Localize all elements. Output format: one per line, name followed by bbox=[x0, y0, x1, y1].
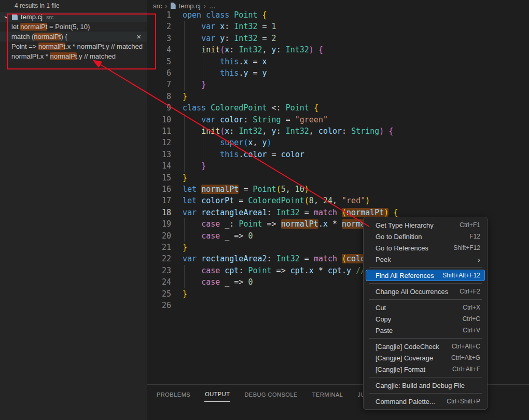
line-number: 2 bbox=[147, 21, 171, 32]
menu-item-shortcut: Ctrl+F1 bbox=[460, 221, 480, 229]
code-line-10[interactable]: 10 var color: String = "green" bbox=[147, 114, 529, 125]
search-result-row[interactable]: Point => normalPt.x * normalPt.y // matc… bbox=[0, 41, 147, 51]
menu-item-go-to-definition[interactable]: Go to DefinitionF12 bbox=[366, 231, 485, 242]
match-highlight: normalPt bbox=[50, 52, 77, 60]
menu-item-label: Find All References bbox=[375, 272, 434, 279]
line-number: 22 bbox=[147, 253, 171, 264]
submenu-chevron-icon: › bbox=[478, 255, 480, 264]
code-line-4[interactable]: 4 init(x: Int32, y: Int32) { bbox=[147, 44, 529, 55]
code-line-8[interactable]: 8} bbox=[147, 91, 529, 102]
menu-item-cangjie-codecheck[interactable]: [Cangjie] CodeCheckCtrl+Alt+C bbox=[366, 341, 485, 352]
code-line-13[interactable]: 13 this.color = color bbox=[147, 149, 529, 160]
menu-separator bbox=[369, 283, 482, 284]
panel-tab-debug-console[interactable]: DEBUG CONSOLE bbox=[244, 386, 298, 402]
line-number: 12 bbox=[147, 137, 171, 148]
code-text: var x: Int32 = 1 bbox=[183, 21, 276, 32]
code-line-9[interactable]: 9class ColoredPoint <: Point { bbox=[147, 102, 529, 114]
line-number: 19 bbox=[147, 218, 171, 230]
code-text: } bbox=[183, 172, 187, 184]
line-number: 18 bbox=[147, 207, 171, 218]
menu-item-go-to-references[interactable]: Go to ReferencesShift+F12 bbox=[366, 242, 485, 254]
menu-item-label: Go to Definition bbox=[375, 233, 422, 241]
line-number: 23 bbox=[147, 265, 171, 276]
occurrence-highlight: normalPt bbox=[281, 219, 318, 229]
menu-item-cangjie-format[interactable]: [Cangjie] FormatCtrl+Alt+F bbox=[366, 363, 485, 375]
line-number: 11 bbox=[147, 125, 171, 137]
code-line-15[interactable]: 15} bbox=[147, 172, 529, 184]
code-line-2[interactable]: 2 var x: Int32 = 1 bbox=[147, 21, 529, 32]
menu-item-label: Change All Occurrences bbox=[375, 288, 448, 296]
code-line-5[interactable]: 5 this.x = x bbox=[147, 56, 529, 67]
chevron-down-icon[interactable] bbox=[4, 15, 9, 20]
menu-item-shortcut: Ctrl+Shift+P bbox=[447, 398, 480, 405]
search-result-row[interactable]: let normalPt = Point(5, 10) bbox=[0, 22, 147, 32]
menu-item-cangjie-build-and-debug-file[interactable]: Cangjie: Build and Debug File bbox=[366, 380, 485, 391]
line-number: 17 bbox=[147, 195, 171, 206]
close-icon[interactable]: × bbox=[136, 32, 141, 41]
code-text: this.y = y bbox=[183, 67, 267, 79]
menu-item-peek[interactable]: Peek› bbox=[366, 254, 485, 265]
panel-tab-output[interactable]: OUTPUT bbox=[204, 386, 230, 402]
code-line-14[interactable]: 14 } bbox=[147, 160, 529, 172]
menu-item-label: Go to References bbox=[375, 244, 428, 252]
menu-item-shortcut: Ctrl+C bbox=[463, 315, 480, 323]
code-line-16[interactable]: 16let normalPt = Point(5, 10) bbox=[147, 184, 529, 195]
match-highlight: normalPt bbox=[34, 33, 61, 40]
code-line-12[interactable]: 12 super(x, y) bbox=[147, 137, 529, 148]
menu-item-cangjie-coverage[interactable]: [Cangjie] CoverageCtrl+Alt+G bbox=[366, 352, 485, 363]
menu-item-shortcut: F12 bbox=[469, 233, 480, 240]
menu-item-command-palette[interactable]: Command Palette...Ctrl+Shift+P bbox=[366, 396, 485, 407]
code-line-17[interactable]: 17let colorPt = ColoredPoint(8, 24, "red… bbox=[147, 195, 529, 206]
line-number: 15 bbox=[147, 172, 171, 184]
menu-item-get-type-hierarchy[interactable]: Get Type HierarchyCtrl+F1 bbox=[366, 219, 485, 231]
menu-separator bbox=[369, 299, 482, 300]
occurrence-highlight: ( bbox=[342, 208, 346, 217]
menu-item-label: Get Type Hierarchy bbox=[375, 221, 434, 229]
menu-item-change-all-occurrences[interactable]: Change All OccurrencesCtrl+F2 bbox=[366, 286, 485, 297]
code-line-3[interactable]: 3 var y: Int32 = 2 bbox=[147, 33, 529, 44]
result-text: Point => normalPt.x * normalPt.y // matc… bbox=[11, 43, 143, 50]
file-icon bbox=[12, 13, 18, 20]
menu-item-shortcut: Shift+F12 bbox=[453, 244, 480, 251]
code-text: } bbox=[183, 91, 187, 102]
search-file-row[interactable]: temp.cj src bbox=[0, 12, 147, 22]
menu-item-copy[interactable]: CopyCtrl+C bbox=[366, 313, 485, 325]
file-path-badge: src bbox=[46, 14, 54, 20]
line-number: 9 bbox=[147, 102, 171, 114]
menu-item-cut[interactable]: CutCtrl+X bbox=[366, 302, 485, 313]
occurrence-highlight: ( bbox=[342, 254, 346, 263]
search-result-row[interactable]: normalPt.x * normalPt.y // matched bbox=[0, 51, 147, 61]
code-line-7[interactable]: 7 } bbox=[147, 79, 529, 90]
line-number: 25 bbox=[147, 288, 171, 300]
results-summary: 4 results in 1 file bbox=[15, 2, 60, 9]
menu-item-find-all-references[interactable]: Find All ReferencesShift+Alt+F12 bbox=[366, 270, 485, 281]
menu-item-label: Peek bbox=[375, 256, 391, 263]
menu-item-shortcut: Ctrl+F2 bbox=[460, 288, 480, 295]
vscode-window: 4 results in 1 file temp.cj src let norm… bbox=[0, 0, 529, 420]
line-number: 7 bbox=[147, 79, 171, 90]
menu-item-paste[interactable]: PasteCtrl+V bbox=[366, 325, 485, 336]
menu-separator bbox=[369, 267, 482, 268]
menu-item-shortcut: Ctrl+Alt+F bbox=[452, 366, 480, 373]
result-text: normalPt.x * normalPt.y // matched bbox=[11, 52, 116, 60]
code-text: let colorPt = ColoredPoint(8, 24, "red") bbox=[183, 195, 370, 206]
panel-tab-terminal[interactable]: TERMINAL bbox=[312, 386, 344, 402]
menu-separator bbox=[369, 377, 482, 377]
match-highlight: normalPt bbox=[20, 23, 47, 31]
code-text: this.x = x bbox=[183, 56, 267, 67]
search-result-row[interactable]: match (normalPt) {× bbox=[0, 32, 147, 41]
panel-tab-problems[interactable]: PROBLEMS bbox=[156, 386, 191, 402]
code-line-11[interactable]: 11 init(x: Int32, y: Int32, color: Strin… bbox=[147, 125, 529, 137]
occurrence-highlight: normalPt bbox=[201, 185, 239, 194]
occurrence-highlight: normalPt bbox=[346, 208, 384, 217]
code-line-1[interactable]: 1open class Point { bbox=[147, 9, 529, 21]
code-text: } bbox=[183, 242, 187, 253]
code-text: class ColoredPoint <: Point { bbox=[183, 102, 318, 114]
code-text: open class Point { bbox=[183, 9, 267, 21]
code-text: } bbox=[183, 160, 206, 172]
code-text: var rectangleArea2: Int32 = match (color… bbox=[183, 253, 393, 264]
code-text: case _ => 0 bbox=[183, 276, 253, 288]
code-line-6[interactable]: 6 this.y = y bbox=[147, 67, 529, 79]
line-number: 5 bbox=[147, 56, 171, 67]
menu-separator bbox=[369, 393, 482, 394]
